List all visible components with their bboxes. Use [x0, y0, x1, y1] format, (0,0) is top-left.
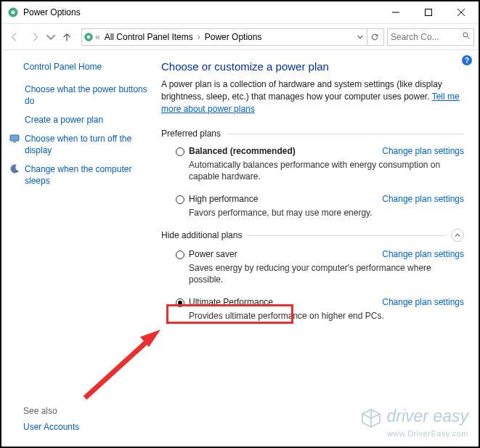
- cube-icon: [359, 407, 383, 430]
- plan-description: Favors performance, but may use more ene…: [189, 207, 464, 219]
- svg-rect-13: [13, 142, 16, 143]
- sleep-icon: [9, 163, 20, 175]
- change-plan-settings-link[interactable]: Change plan settings: [382, 249, 464, 259]
- history-dropdown-button[interactable]: [45, 27, 57, 47]
- svg-point-8: [463, 33, 468, 37]
- see-also-header: See also: [10, 406, 79, 416]
- close-button[interactable]: [444, 2, 477, 23]
- plan-name[interactable]: Balanced (recommended): [189, 146, 296, 156]
- address-bar[interactable]: « All Control Panel Items › Power Option…: [81, 28, 384, 46]
- search-placeholder: Search Co...: [391, 32, 462, 42]
- refresh-button[interactable]: [367, 29, 382, 45]
- plan-name[interactable]: Power saver: [189, 249, 237, 259]
- power-options-icon: [84, 32, 94, 42]
- chevron-right-icon[interactable]: ›: [196, 32, 202, 42]
- titlebar: Power Options: [1, 1, 479, 24]
- collapse-icon[interactable]: [451, 229, 464, 242]
- nav-arrows: [1, 27, 80, 47]
- plan-balanced: Balanced (recommended) Change plan setti…: [161, 144, 464, 192]
- preferred-plans-header: Preferred plans: [161, 129, 464, 139]
- display-off-icon: [9, 133, 20, 144]
- plan-description: Saves energy by reducing your computer's…: [189, 262, 464, 285]
- divider: [227, 134, 464, 134]
- main-panel: Choose or customize a power plan A power…: [154, 50, 479, 447]
- address-dropdown-button[interactable]: [353, 29, 367, 45]
- search-input[interactable]: Search Co...: [387, 28, 474, 46]
- plan-description: Automatically balances performance with …: [189, 159, 464, 182]
- window-title: Power Options: [23, 7, 379, 17]
- minimize-button[interactable]: [379, 2, 412, 23]
- plan-high-performance: High performance Change plan settings Fa…: [161, 192, 464, 229]
- annotation-highlight-box: [166, 304, 293, 324]
- plan-name[interactable]: High performance: [189, 194, 258, 204]
- window-root: Power Options « All Control Panel Items …: [0, 0, 480, 448]
- content-area: ? Control Panel Home Choose what the pow…: [1, 50, 479, 447]
- power-options-icon: [7, 7, 19, 18]
- breadcrumb-item[interactable]: Power Options: [202, 32, 265, 42]
- svg-point-1: [12, 11, 15, 15]
- radio-power-saver[interactable]: [176, 251, 184, 259]
- navbar: « All Control Panel Items › Power Option…: [1, 24, 479, 50]
- svg-line-9: [468, 37, 470, 39]
- breadcrumb-item[interactable]: All Control Panel Items: [102, 32, 196, 42]
- forward-button[interactable]: [25, 27, 45, 47]
- up-button[interactable]: [57, 27, 77, 47]
- watermark: driver easy www.DriverEasy.com: [359, 407, 468, 438]
- page-heading: Choose or customize a power plan: [161, 60, 464, 73]
- page-description: A power plan is a collection of hardware…: [161, 78, 464, 115]
- plan-power-saver: Power saver Change plan settings Saves e…: [161, 248, 464, 296]
- search-icon: [462, 31, 471, 42]
- sidebar-link-power-buttons[interactable]: Choose what the power buttons do: [9, 84, 148, 107]
- maximize-button[interactable]: [412, 2, 444, 23]
- radio-balanced[interactable]: [176, 147, 184, 156]
- change-plan-settings-link[interactable]: Change plan settings: [382, 194, 464, 204]
- sidebar-link-turn-off-display[interactable]: Choose when to turn off the display: [9, 133, 148, 156]
- svg-rect-3: [425, 9, 431, 16]
- change-plan-settings-link[interactable]: Change plan settings: [382, 297, 464, 307]
- sidebar-link-sleep[interactable]: Change when the computer sleeps: [9, 163, 148, 187]
- radio-high-performance[interactable]: [176, 195, 184, 204]
- watermark-url: www.DriverEasy.com: [359, 430, 468, 438]
- user-accounts-link[interactable]: User Accounts: [10, 422, 79, 432]
- change-plan-settings-link[interactable]: Change plan settings: [382, 146, 464, 156]
- watermark-brand: driver easy: [387, 407, 468, 425]
- breadcrumb-separator-icon[interactable]: «: [94, 32, 102, 42]
- back-button[interactable]: [4, 27, 25, 47]
- annotation-arrow-icon: [70, 325, 172, 408]
- svg-rect-12: [10, 135, 19, 141]
- divider: [248, 235, 447, 236]
- svg-line-14: [85, 340, 149, 398]
- see-also-section: See also User Accounts: [10, 406, 79, 432]
- sidebar-link-create-plan[interactable]: Create a power plan: [9, 114, 148, 126]
- control-panel-home-link[interactable]: Control Panel Home: [9, 62, 148, 72]
- hide-additional-plans-header[interactable]: Hide additional plans: [161, 229, 464, 242]
- svg-point-7: [87, 35, 90, 38]
